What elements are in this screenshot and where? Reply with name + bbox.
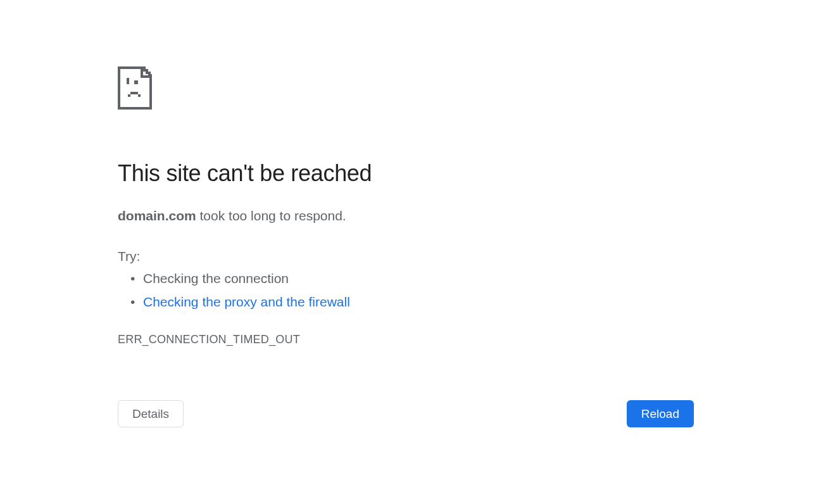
svg-rect-8 [148, 72, 151, 74]
svg-rect-15 [130, 92, 138, 94]
svg-rect-14 [128, 94, 130, 97]
svg-rect-16 [138, 94, 141, 97]
try-label: Try: [118, 245, 694, 268]
svg-rect-1 [118, 66, 120, 110]
svg-rect-3 [149, 75, 152, 110]
suggestion-check-connection: Checking the connection [143, 267, 694, 291]
svg-rect-13 [134, 80, 138, 84]
error-domain: domain.com [118, 208, 196, 223]
svg-rect-4 [143, 66, 146, 69]
details-button[interactable]: Details [118, 400, 184, 427]
svg-rect-11 [141, 75, 149, 78]
svg-rect-6 [146, 69, 148, 72]
error-message-text: took too long to respond. [196, 208, 346, 223]
error-heading: This site can't be reached [118, 160, 694, 187]
reload-button[interactable]: Reload [627, 400, 694, 427]
error-message: domain.com took too long to respond. [118, 206, 694, 226]
svg-rect-12 [127, 78, 129, 84]
svg-rect-7 [146, 72, 148, 74]
svg-rect-2 [118, 107, 152, 110]
suggestion-check-proxy-link[interactable]: Checking the proxy and the firewall [143, 291, 694, 314]
button-row: Details Reload [118, 400, 694, 427]
sad-page-icon [118, 66, 694, 112]
suggestion-list: Checking the connection Checking the pro… [118, 267, 694, 314]
svg-rect-5 [143, 69, 146, 72]
error-code: ERR_CONNECTION_TIMED_OUT [118, 333, 694, 346]
svg-rect-0 [118, 66, 143, 69]
